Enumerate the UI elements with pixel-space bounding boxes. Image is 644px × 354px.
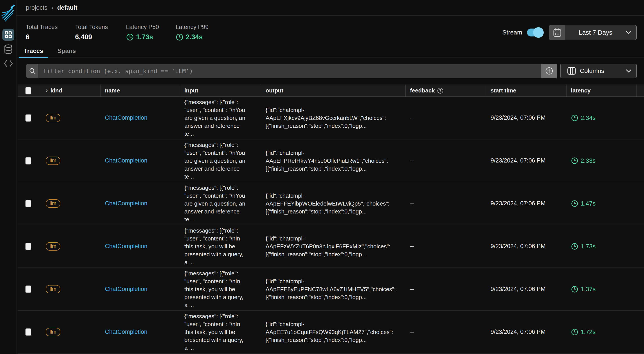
filter-row: Columns — [26, 64, 637, 78]
row-gutter — [636, 225, 644, 267]
header-name[interactable]: name — [100, 85, 180, 96]
feedback-cell: -- — [406, 268, 486, 310]
input-preview: {"messages": [{"role": "user", "content"… — [184, 227, 243, 266]
kind-badge: llm — [46, 242, 60, 251]
output-cell: {"id":"chatcmpl- AApEFXjkcv9AjyBZ68vGccr… — [261, 97, 406, 139]
select-all-checkbox[interactable] — [25, 87, 32, 94]
clock-icon — [571, 328, 578, 336]
kind-cell: llm — [39, 225, 100, 267]
table-header-row: › kind name input output feedback ? star… — [18, 85, 644, 97]
calendar-icon — [553, 28, 562, 37]
tab-spans[interactable]: Spans — [50, 44, 83, 58]
kind-badge: llm — [46, 285, 60, 293]
start-time-value: 9/23/2024, 07:06 PM — [490, 286, 546, 292]
input-cell: {"messages": [{"role": "user", "content"… — [180, 225, 261, 267]
input-cell: {"messages": [{"role": "user", "content"… — [180, 139, 261, 182]
columns-label: Columns — [580, 67, 626, 75]
latency-cell: 1.73s — [566, 225, 636, 267]
breadcrumb-projects[interactable]: projects — [26, 4, 48, 11]
table-row[interactable]: llm ChatCompletion {"messages": [{"role"… — [18, 311, 644, 353]
clock-icon — [571, 243, 578, 250]
input-cell: {"messages": [{"role": "user", "content"… — [180, 311, 261, 353]
start-time-cell: 9/23/2024, 07:06 PM — [486, 97, 566, 139]
kind-cell: llm — [39, 268, 100, 310]
header-input[interactable]: input — [180, 85, 261, 96]
row-checkbox[interactable] — [25, 243, 32, 250]
feedback-cell: -- — [406, 182, 486, 225]
latency-cell: 1.37s — [566, 268, 636, 310]
name-cell: ChatCompletion — [100, 225, 180, 267]
stream-toggle[interactable] — [527, 28, 542, 37]
filter-box — [26, 64, 557, 78]
table-row[interactable]: llm ChatCompletion {"messages": [{"role"… — [18, 139, 644, 182]
breadcrumb-separator-icon: › — [51, 5, 53, 11]
kind-cell: llm — [39, 139, 100, 182]
filter-condition-input[interactable] — [38, 64, 541, 78]
row-checkbox[interactable] — [25, 200, 32, 207]
header-kind[interactable]: › kind — [39, 85, 100, 96]
row-checkbox[interactable] — [25, 114, 32, 122]
search-icon — [29, 68, 36, 74]
tab-traces[interactable]: Traces — [17, 44, 50, 58]
trace-name-link[interactable]: ChatCompletion — [105, 286, 148, 292]
stat-total-tokens: Total Tokens 6,409 — [75, 24, 110, 41]
table-row[interactable]: llm ChatCompletion {"messages": [{"role"… — [18, 97, 644, 139]
kind-badge: llm — [46, 114, 60, 122]
row-checkbox[interactable] — [25, 285, 32, 293]
latency-value: 2.33s — [580, 157, 596, 164]
kind-cell: llm — [39, 182, 100, 225]
row-select-cell — [18, 139, 39, 182]
help-icon[interactable]: ? — [438, 88, 443, 94]
table-row[interactable]: llm ChatCompletion {"messages": [{"role"… — [18, 268, 644, 311]
plus-circle-icon — [545, 67, 553, 75]
header-feedback[interactable]: feedback ? — [406, 85, 486, 96]
row-gutter — [636, 311, 644, 353]
table-row[interactable]: llm ChatCompletion {"messages": [{"role"… — [18, 182, 644, 225]
header-controls: Stream Last 7 Days — [502, 24, 637, 41]
sidebar-item-projects[interactable] — [2, 29, 14, 41]
input-preview: {"messages": [{"role": "user", "content"… — [184, 141, 246, 181]
trace-name-link[interactable]: ChatCompletion — [105, 328, 148, 335]
start-time-value: 9/23/2024, 07:06 PM — [490, 200, 546, 207]
kind-cell: llm — [39, 97, 100, 139]
latency-cell: 2.33s — [566, 139, 636, 182]
trace-name-link[interactable]: ChatCompletion — [105, 157, 148, 164]
table-row[interactable]: llm ChatCompletion {"messages": [{"role"… — [18, 225, 644, 268]
header-start-time[interactable]: start time — [486, 85, 566, 96]
trace-name-link[interactable]: ChatCompletion — [105, 243, 148, 250]
add-filter-button[interactable] — [541, 64, 557, 78]
trace-name-link[interactable]: ChatCompletion — [105, 200, 148, 207]
clock-icon — [571, 114, 578, 122]
output-preview: {"id":"chatcmpl- AApEE7u1oCqutFFsQW93qKj… — [266, 320, 393, 344]
row-gutter — [636, 97, 644, 139]
stat-total-traces: Total Traces 6 — [26, 24, 59, 41]
latency-value: 1.72s — [580, 328, 596, 335]
feedback-value: -- — [410, 286, 414, 292]
expand-chevron-icon[interactable]: › — [46, 87, 48, 94]
toggle-knob — [533, 27, 544, 38]
sidebar-item-playground[interactable] — [2, 58, 14, 69]
row-checkbox[interactable] — [25, 328, 32, 336]
latency-value: 1.47s — [580, 200, 596, 207]
output-cell: {"id":"chatcmpl- AApEFE8yEuPFNC78wLA6vZ1… — [261, 268, 406, 310]
name-cell: ChatCompletion — [100, 139, 180, 182]
name-cell: ChatCompletion — [100, 311, 180, 353]
row-checkbox[interactable] — [25, 157, 32, 164]
search-segment — [26, 64, 38, 78]
trace-name-link[interactable]: ChatCompletion — [105, 114, 148, 121]
feedback-cell: -- — [406, 97, 486, 139]
top-bar: projects › default — [16, 0, 644, 16]
start-time-cell: 9/23/2024, 07:06 PM — [486, 268, 566, 310]
input-preview: {"messages": [{"role": "user", "content"… — [184, 269, 243, 309]
header-latency[interactable]: latency — [566, 85, 636, 96]
sidebar-item-datasets[interactable] — [2, 44, 14, 55]
date-range-button[interactable]: Last 7 Days — [549, 25, 637, 40]
columns-button[interactable]: Columns — [560, 64, 637, 78]
tab-bar: Traces Spans — [17, 44, 644, 58]
name-cell: ChatCompletion — [100, 97, 180, 139]
phoenix-logo[interactable] — [1, 3, 15, 22]
header-gutter — [636, 85, 644, 96]
chevron-down-icon — [626, 31, 632, 34]
header-output[interactable]: output — [261, 85, 406, 96]
start-time-cell: 9/23/2024, 07:06 PM — [486, 311, 566, 353]
